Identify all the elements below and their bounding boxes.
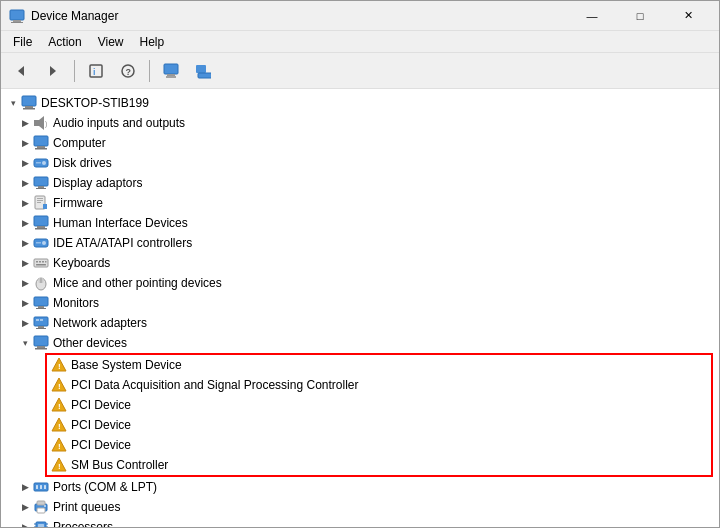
menu-view[interactable]: View xyxy=(90,33,132,51)
monitors-item[interactable]: ▶ Monitors xyxy=(1,293,719,313)
highlight-box: ! Base System Device ! PCI Data Acquisit… xyxy=(45,353,713,477)
svg-rect-31 xyxy=(37,200,43,201)
svg-rect-49 xyxy=(34,297,48,306)
svg-marker-4 xyxy=(50,66,56,76)
network-item[interactable]: ▶ Network adapters xyxy=(1,313,719,333)
firmware-item[interactable]: ▶ Firmware xyxy=(1,193,719,213)
keyboard-item[interactable]: ▶ Keyboards xyxy=(1,253,719,273)
svg-text:!: ! xyxy=(58,402,61,411)
svg-rect-17 xyxy=(34,120,39,126)
ide-item[interactable]: ▶ IDE ATA/ATAPI controllers xyxy=(1,233,719,253)
svg-text:!: ! xyxy=(58,362,61,371)
mice-label: Mice and other pointing devices xyxy=(53,276,222,290)
menu-action[interactable]: Action xyxy=(40,33,89,51)
ide-label: IDE ATA/ATAPI controllers xyxy=(53,236,192,250)
properties-button[interactable]: i xyxy=(82,58,110,84)
pci-data-item[interactable]: ! PCI Data Acquisition and Signal Proces… xyxy=(47,375,711,395)
processors-label: Processors xyxy=(53,520,113,527)
back-button[interactable] xyxy=(7,58,35,84)
audio-item[interactable]: ▶ ) Audio inputs and outputs xyxy=(1,113,719,133)
svg-rect-51 xyxy=(36,308,46,309)
firmware-icon xyxy=(33,195,49,211)
processors-icon xyxy=(33,519,49,527)
svg-text:!: ! xyxy=(58,382,61,391)
svg-rect-36 xyxy=(35,228,47,230)
root-item[interactable]: ▾ DESKTOP-STIB199 xyxy=(1,93,719,113)
pci-2-item[interactable]: ! PCI Device xyxy=(47,415,711,435)
disk-expand-icon: ▶ xyxy=(17,155,33,171)
forward-button[interactable] xyxy=(39,58,67,84)
svg-rect-16 xyxy=(23,108,35,110)
scan-button[interactable] xyxy=(157,58,185,84)
other-item[interactable]: ▾ Other devices xyxy=(1,333,719,353)
firmware-label: Firmware xyxy=(53,196,103,210)
display-icon xyxy=(33,175,49,191)
help-button[interactable]: ? xyxy=(114,58,142,84)
sm-bus-item[interactable]: ! SM Bus Controller xyxy=(47,455,711,475)
svg-rect-56 xyxy=(40,319,43,321)
network-label: Network adapters xyxy=(53,316,147,330)
ide-expand-icon: ▶ xyxy=(17,235,33,251)
display-label: Display adaptors xyxy=(53,176,142,190)
svg-rect-25 xyxy=(36,162,41,164)
device-manager-window: Device Manager — □ ✕ File Action View He… xyxy=(0,0,720,528)
svg-marker-3 xyxy=(18,66,24,76)
sm-bus-label: SM Bus Controller xyxy=(71,458,168,472)
svg-text:): ) xyxy=(45,120,47,128)
monitors-expand-icon: ▶ xyxy=(17,295,33,311)
svg-rect-14 xyxy=(22,96,36,106)
svg-rect-10 xyxy=(167,74,175,76)
menu-help[interactable]: Help xyxy=(132,33,173,51)
svg-rect-54 xyxy=(36,328,46,329)
processors-item[interactable]: ▶ Processors xyxy=(1,517,719,527)
pci-3-label: PCI Device xyxy=(71,438,131,452)
computer-item[interactable]: ▶ Computer xyxy=(1,133,719,153)
monitors-label: Monitors xyxy=(53,296,99,310)
pci-2-icon: ! xyxy=(51,417,67,433)
svg-rect-27 xyxy=(38,186,44,188)
print-item[interactable]: ▶ Print queues xyxy=(1,497,719,517)
toolbar-sep-2 xyxy=(149,60,150,82)
svg-rect-53 xyxy=(38,326,44,328)
base-system-icon: ! xyxy=(51,357,67,373)
print-label: Print queues xyxy=(53,500,120,514)
ports-item[interactable]: ▶ Ports (COM & LPT) xyxy=(1,477,719,497)
pci-1-item[interactable]: ! PCI Device xyxy=(47,395,711,415)
svg-rect-28 xyxy=(36,188,46,189)
svg-marker-18 xyxy=(39,116,44,130)
close-button[interactable]: ✕ xyxy=(665,1,711,31)
monitors-icon xyxy=(33,295,49,311)
base-system-item[interactable]: ! Base System Device xyxy=(47,355,711,375)
pci-data-icon: ! xyxy=(51,377,67,393)
toolbar-sep-1 xyxy=(74,60,75,82)
disk-item[interactable]: ▶ Disk drives xyxy=(1,153,719,173)
disk-icon xyxy=(33,155,49,171)
ports-label: Ports (COM & LPT) xyxy=(53,480,157,494)
display-item[interactable]: ▶ Display adaptors xyxy=(1,173,719,193)
hid-item[interactable]: ▶ Human Interface Devices xyxy=(1,213,719,233)
menu-file[interactable]: File xyxy=(5,33,40,51)
mice-item[interactable]: ▶ Mice and other pointing devices xyxy=(1,273,719,293)
tree-view[interactable]: ▾ DESKTOP-STIB199 ▶ ) xyxy=(1,89,719,527)
pci-data-label: PCI Data Acquisition and Signal Processi… xyxy=(71,378,358,392)
svg-rect-58 xyxy=(37,346,45,348)
svg-rect-43 xyxy=(42,261,44,263)
firmware-expand-icon: ▶ xyxy=(17,195,33,211)
minimize-button[interactable]: — xyxy=(569,1,615,31)
svg-rect-26 xyxy=(34,177,48,186)
svg-rect-13 xyxy=(198,73,211,78)
svg-rect-75 xyxy=(44,485,46,489)
pci-3-item[interactable]: ! PCI Device xyxy=(47,435,711,455)
svg-rect-30 xyxy=(37,198,43,199)
keyboard-icon xyxy=(33,255,49,271)
svg-rect-57 xyxy=(34,336,48,346)
network-expand-icon: ▶ xyxy=(17,315,33,331)
svg-rect-59 xyxy=(35,348,47,350)
maximize-button[interactable]: □ xyxy=(617,1,663,31)
svg-rect-81 xyxy=(38,524,44,527)
ports-expand-icon: ▶ xyxy=(17,479,33,495)
toolbar: i ? xyxy=(1,53,719,89)
update-button[interactable] xyxy=(189,58,217,84)
mice-expand-icon: ▶ xyxy=(17,275,33,291)
computer-expand-icon: ▶ xyxy=(17,135,33,151)
